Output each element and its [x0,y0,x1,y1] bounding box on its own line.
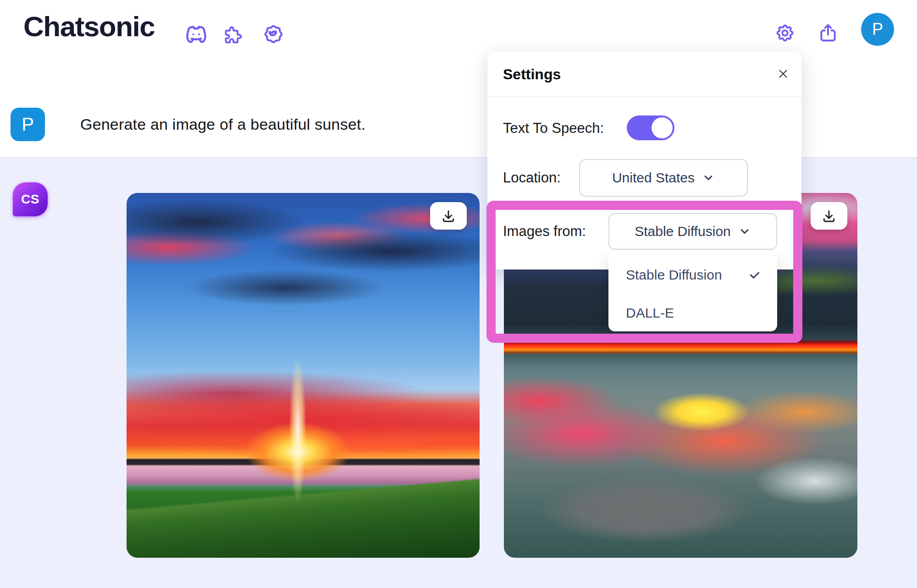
chevron-down-icon [738,225,751,238]
images-from-label: Images from: [503,223,586,240]
chevron-down-icon [702,171,715,184]
images-from-dropdown[interactable]: Stable Diffusion [608,213,777,250]
settings-panel: Settings Text To Speech: Location: Unite… [487,51,801,269]
check-icon [748,268,762,282]
verified-badge-icon[interactable] [263,23,284,45]
discord-icon[interactable] [185,23,208,46]
menu-option-stable-diffusion[interactable]: Stable Diffusion [608,259,777,291]
user-message-text: Generate an image of a beautiful sunset. [80,115,365,133]
images-from-menu: Stable Diffusion DALL-E [608,252,777,331]
share-icon[interactable] [818,23,838,43]
download-image-2-button[interactable] [811,202,847,230]
menu-option-label: DALL-E [626,305,674,321]
settings-panel-title: Settings [503,66,561,83]
user-avatar-initial: P [22,114,34,135]
chatsonic-app: Chatsonic P [0,0,917,588]
settings-gear-icon[interactable] [775,23,795,43]
puzzle-extension-icon[interactable] [223,25,243,45]
text-to-speech-toggle[interactable] [627,115,674,140]
download-icon [822,209,836,223]
toggle-knob [652,117,673,138]
location-dropdown[interactable]: United States [579,159,748,197]
user-avatar: P [11,108,45,141]
profile-avatar-initial: P [872,20,883,39]
chatsonic-bot-avatar: CS [13,182,48,216]
menu-option-label: Stable Diffusion [626,267,722,283]
download-image-1-button[interactable] [430,202,467,230]
text-to-speech-label: Text To Speech: [503,120,604,137]
chatsonic-bot-avatar-label: CS [21,192,39,207]
close-icon[interactable] [776,67,790,81]
download-icon [441,209,456,223]
menu-option-dall-e[interactable]: DALL-E [608,297,777,329]
app-title: Chatsonic [23,10,155,43]
images-from-dropdown-value: Stable Diffusion [635,224,731,239]
panel-divider [487,96,801,97]
generated-sunset-image-1 [127,193,480,558]
location-label: Location: [503,170,561,186]
location-dropdown-value: United States [612,170,695,186]
profile-avatar[interactable]: P [861,13,894,46]
